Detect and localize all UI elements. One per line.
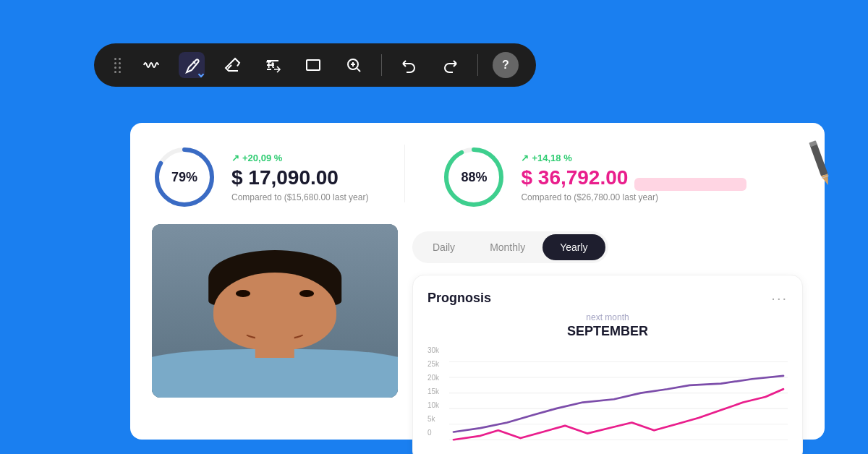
bottom-row: Daily Monthly Yearly Prognosis ··· next … (152, 224, 803, 454)
profile-section (152, 224, 398, 398)
prognosis-chart-svg (427, 346, 788, 447)
toolbar: Tt ? (94, 43, 536, 87)
amount-highlight-blob (634, 178, 746, 191)
svg-rect-1 (307, 60, 320, 70)
svg-marker-17 (821, 174, 832, 187)
main-card: 79% ↗ +20,09 % $ 17,090.00 Compared to (… (130, 123, 825, 440)
trend-arrow-up-2: ↗ (521, 153, 529, 163)
circle-progress-1: 79% (152, 145, 217, 210)
stat-badge-value-1: +20,09 % (242, 153, 282, 163)
stats-row: 79% ↗ +20,09 % $ 17,090.00 Compared to (… (152, 145, 803, 210)
prognosis-menu-icon[interactable]: ··· (771, 290, 788, 307)
profile-photo (152, 224, 398, 398)
circle-label-2: 88% (461, 170, 487, 185)
stat-details-2: ↗ +14,18 % $ 36,792.00 Compared to ($26,… (521, 153, 658, 202)
chart-line-pink (454, 389, 783, 440)
y-label-10k: 10k (427, 401, 448, 409)
stat-item-1: 79% ↗ +20,09 % $ 17,090.00 Compared to (… (152, 145, 368, 210)
prognosis-title: Prognosis (427, 291, 491, 306)
chart-area: 30k 25k 20k 15k 10k 5k 0 (427, 346, 788, 447)
controls-section: Daily Monthly Yearly Prognosis ··· next … (412, 224, 803, 454)
y-label-0: 0 (427, 429, 448, 437)
filter-daily[interactable]: Daily (415, 234, 472, 260)
stat-amount-1: $ 17,090.00 (231, 166, 368, 189)
filter-monthly[interactable]: Monthly (472, 234, 542, 260)
stat-separator (404, 145, 405, 202)
toolbar-divider-2 (477, 54, 478, 76)
stat-comparison-2: Compared to ($26,780.00 last year) (521, 192, 658, 202)
y-label-15k: 15k (427, 387, 448, 395)
svg-line-3 (357, 69, 360, 72)
stat-badge-1: ↗ +20,09 % (231, 153, 368, 163)
waveform-icon[interactable] (138, 52, 164, 78)
prognosis-header: Prognosis ··· (427, 290, 788, 307)
svg-text:Tt: Tt (266, 60, 274, 70)
drag-handle-icon[interactable] (111, 55, 124, 76)
y-label-20k: 20k (427, 374, 448, 382)
y-label-30k: 30k (427, 346, 448, 354)
text-icon[interactable]: Tt (260, 52, 286, 78)
pen-tool-icon[interactable] (179, 52, 205, 78)
circle-progress-2: 88% (441, 145, 506, 210)
undo-icon[interactable] (396, 52, 422, 78)
prognosis-month: SEPTEMBER (427, 324, 788, 339)
chart-line-purple (454, 376, 783, 432)
toolbar-divider-1 (381, 54, 382, 76)
help-icon[interactable]: ? (493, 52, 519, 78)
stat-details-1: ↗ +20,09 % $ 17,090.00 Compared to ($15,… (231, 153, 368, 202)
eraser-icon[interactable] (219, 52, 245, 78)
filter-yearly[interactable]: Yearly (542, 234, 605, 260)
zoom-in-icon[interactable] (341, 52, 367, 78)
y-label-25k: 25k (427, 360, 448, 368)
time-filter: Daily Monthly Yearly (412, 231, 608, 263)
y-label-5k: 5k (427, 415, 448, 423)
rectangle-icon[interactable] (300, 52, 326, 78)
prognosis-subtitle: next month (427, 312, 788, 322)
prognosis-card: Prognosis ··· next month SEPTEMBER 30k 2… (412, 275, 803, 454)
circle-label-1: 79% (171, 170, 197, 185)
svg-rect-16 (810, 143, 828, 176)
trend-arrow-up-1: ↗ (231, 153, 239, 163)
stat-badge-2: ↗ +14,18 % (521, 153, 658, 163)
redo-icon[interactable] (437, 52, 463, 78)
stat-item-2: 88% ↗ +14,18 % $ 36,792.00 Compared to (… (441, 145, 658, 210)
stat-comparison-1: Compared to ($15,680.00 last year) (231, 192, 368, 202)
help-label: ? (502, 59, 509, 72)
stat-badge-value-2: +14,18 % (532, 153, 571, 163)
